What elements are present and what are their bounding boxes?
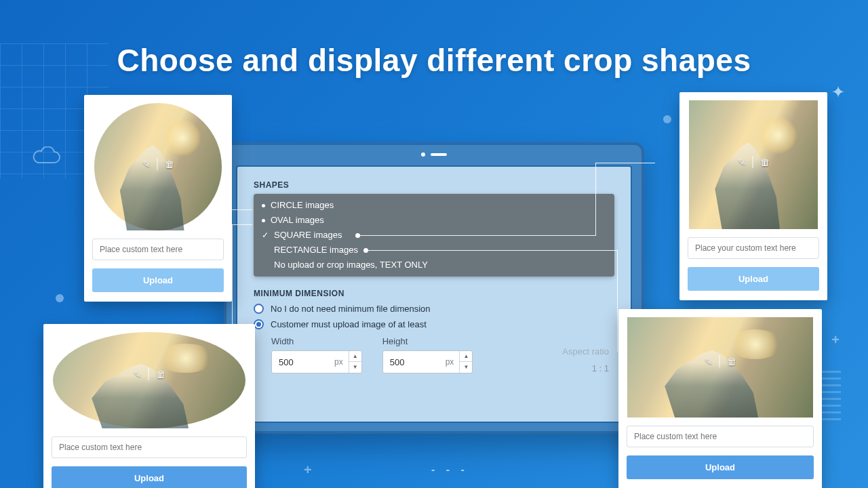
connector-dot	[355, 233, 360, 238]
upload-button[interactable]: Upload	[688, 267, 819, 291]
connector-line	[366, 250, 617, 251]
decorative-dashes: - - -	[431, 464, 469, 476]
trash-icon[interactable]: 🗑	[165, 159, 174, 169]
shape-option-textonly[interactable]: ✓No upload or crop images, TEXT ONLY	[260, 258, 608, 272]
decorative-dot	[56, 294, 64, 302]
connector-line	[232, 209, 252, 210]
option-label: RECTANGLE images	[274, 243, 358, 258]
trash-icon[interactable]: 🗑	[727, 356, 736, 367]
height-input[interactable]	[383, 357, 440, 367]
preview-card-oval: ✎ 🗑 Upload	[43, 324, 255, 488]
radio-icon	[254, 319, 264, 329]
aspect-ratio-label: Aspect ratio	[562, 346, 609, 357]
custom-text-input[interactable]	[92, 239, 224, 260]
connector-line	[358, 235, 595, 236]
page-title: Choose and display different crop shapes	[0, 42, 868, 79]
preview-card-circle: ✎ 🗑 Upload	[84, 95, 232, 302]
radio-min-required[interactable]: Customer must upload image of at least	[254, 319, 614, 329]
radio-label: Customer must upload image of at least	[271, 319, 427, 329]
custom-text-input[interactable]	[627, 426, 814, 447]
option-label: No upload or crop images, TEXT ONLY	[274, 258, 428, 272]
connector-line	[617, 250, 618, 352]
option-label: SQUARE images	[274, 228, 342, 243]
decorative-dot	[663, 115, 671, 123]
edit-icon[interactable]: ✎	[738, 157, 746, 167]
aspect-ratio-value: 1 : 1	[562, 363, 609, 373]
upload-button[interactable]: Upload	[627, 455, 814, 479]
preview-card-rectangle: ✎ 🗑 Upload	[618, 309, 822, 488]
option-label: CIRCLE images	[271, 198, 334, 213]
width-input-wrap: px ▲▼	[271, 350, 362, 373]
settings-panel: SHAPES CIRCLE images OVAL images ✓SQUARE…	[224, 142, 644, 434]
trash-icon[interactable]: 🗑	[156, 369, 165, 380]
connector-line	[232, 224, 252, 225]
separator	[157, 158, 158, 170]
width-step-up[interactable]: ▲	[349, 351, 361, 362]
custom-text-input[interactable]	[52, 436, 247, 458]
separator	[753, 156, 753, 168]
unit-label: px	[329, 357, 349, 367]
decorative-plus: +	[831, 332, 840, 348]
edit-icon[interactable]: ✎	[134, 369, 142, 380]
trash-icon[interactable]: 🗑	[760, 157, 770, 167]
option-label: OVAL images	[271, 213, 324, 228]
connector-line	[595, 163, 596, 236]
upload-button[interactable]: Upload	[52, 466, 247, 488]
width-step-down[interactable]: ▼	[349, 362, 361, 373]
separator	[149, 368, 149, 380]
radio-icon	[254, 304, 264, 314]
preview-image-rectangle: ✎ 🗑	[627, 317, 813, 418]
preview-image-oval: ✎ 🗑	[53, 332, 245, 428]
preview-image-circle: ✎ 🗑	[94, 103, 222, 230]
preview-card-square: ✎ 🗑 Upload	[679, 92, 827, 300]
cloud-icon	[30, 146, 61, 167]
height-input-wrap: px ▲▼	[382, 350, 473, 373]
laptop-topbar	[226, 145, 642, 163]
height-step-down[interactable]: ▼	[460, 362, 472, 373]
width-field-label: Width	[271, 336, 362, 346]
min-dimension-label: MINIMUM DIMENSION	[254, 289, 614, 298]
preview-image-square: ✎ 🗑	[689, 100, 818, 229]
decorative-plus: +	[304, 462, 312, 478]
decorative-stripes	[821, 366, 841, 420]
radio-label: No I do not need minimum file dimension	[271, 304, 431, 314]
radio-no-min[interactable]: No I do not need minimum file dimension	[254, 304, 614, 314]
connector-line	[595, 163, 655, 163]
connector-dot	[363, 248, 368, 253]
shape-option-circle[interactable]: CIRCLE images	[260, 198, 608, 213]
shapes-section-label: SHAPES	[254, 180, 614, 190]
upload-button[interactable]: Upload	[92, 268, 224, 292]
edit-icon[interactable]: ✎	[705, 356, 713, 367]
unit-label: px	[440, 357, 460, 367]
height-step-up[interactable]: ▲	[460, 351, 472, 362]
width-input[interactable]	[272, 357, 329, 367]
height-field-label: Height	[382, 336, 473, 346]
edit-icon[interactable]: ✎	[142, 159, 151, 169]
separator	[719, 355, 720, 367]
shape-option-oval[interactable]: OVAL images	[260, 213, 608, 228]
custom-text-input[interactable]	[688, 237, 819, 259]
sparkle-icon: ✦	[831, 83, 845, 102]
